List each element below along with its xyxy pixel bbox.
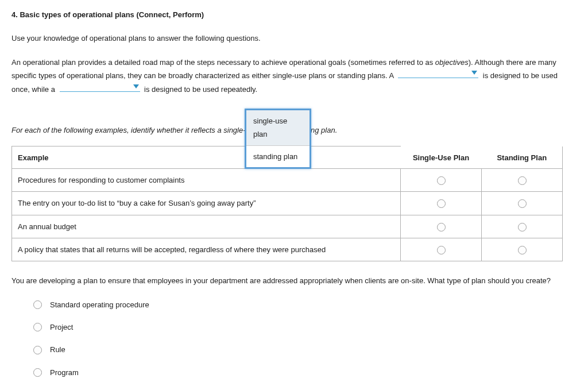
list-item: Project xyxy=(33,321,577,334)
radio-single-use[interactable] xyxy=(437,176,446,185)
dropdown-option-single-use[interactable]: single-use plan xyxy=(246,110,310,146)
col-header-standing: Standing Plan xyxy=(482,146,563,168)
table-row: Procedures for responding to customer co… xyxy=(12,168,563,191)
list-item: Standard operating procedure xyxy=(33,298,577,311)
table-row: A policy that states that all returns wi… xyxy=(12,238,563,261)
col-header-example: Example xyxy=(12,146,401,168)
example-cell: An annual budget xyxy=(12,215,401,238)
radio-choice[interactable] xyxy=(33,300,42,309)
table-row: An annual budget xyxy=(12,215,563,238)
blank-2-dropdown[interactable] xyxy=(60,83,140,92)
fill-blank-paragraph: An operational plan provides a detailed … xyxy=(11,56,577,96)
para-seg1: An operational plan provides a detailed … xyxy=(11,58,435,67)
list-item: Program xyxy=(33,366,577,379)
radio-choice[interactable] xyxy=(33,346,42,354)
radio-single-use[interactable] xyxy=(437,223,446,231)
radio-choice[interactable] xyxy=(33,368,42,377)
radio-standing[interactable] xyxy=(518,176,527,185)
example-cell: Procedures for responding to customer co… xyxy=(12,168,401,191)
objectives-emph: objectives xyxy=(435,58,469,67)
example-cell: A policy that states that all returns wi… xyxy=(12,238,401,261)
radio-standing[interactable] xyxy=(518,199,527,208)
table-row: The entry on your to-do list to “buy a c… xyxy=(12,192,563,215)
blank-1-dropdown[interactable] xyxy=(398,70,478,78)
blank-2-dropdown-menu: single-use plan standing plan xyxy=(245,109,311,169)
choice-label: Program xyxy=(50,366,79,379)
question-2-options: Standard operating procedure Project Rul… xyxy=(33,298,577,380)
radio-standing[interactable] xyxy=(518,223,527,231)
radio-standing[interactable] xyxy=(518,246,527,254)
col-header-single-use: Single-Use Plan xyxy=(401,146,482,168)
dropdown-option-standing[interactable]: standing plan xyxy=(246,146,310,167)
example-cell: The entry on your to-do list to “buy a c… xyxy=(12,192,401,215)
radio-single-use[interactable] xyxy=(437,199,446,208)
para-seg4: is designed to be used repeatedly. xyxy=(142,85,258,94)
intro-text: Use your knowledge of operational plans … xyxy=(11,32,577,45)
list-item: Rule xyxy=(33,343,577,356)
question-2-text: You are developing a plan to ensure that… xyxy=(11,274,577,287)
choice-label: Standard operating procedure xyxy=(50,298,149,311)
choice-label: Rule xyxy=(50,343,65,356)
chevron-down-icon xyxy=(133,84,139,88)
radio-single-use[interactable] xyxy=(437,246,446,254)
radio-choice[interactable] xyxy=(33,323,42,331)
question-title: 4. Basic types of operational plans (Con… xyxy=(11,8,577,21)
choice-label: Project xyxy=(50,321,73,334)
chevron-down-icon xyxy=(471,71,477,75)
